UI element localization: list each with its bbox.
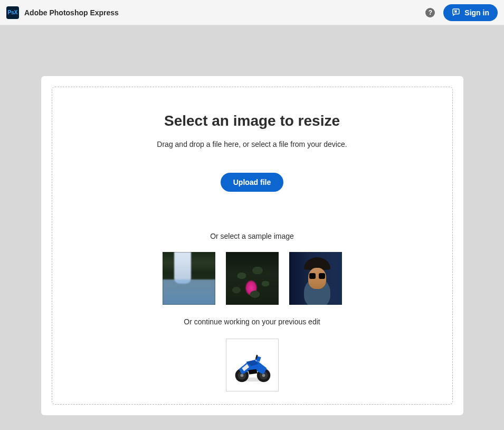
main-area: Select an image to resize Drag and drop … — [0, 25, 504, 415]
app-header: PsX Adobe Photoshop Express ? Sign in — [0, 0, 504, 25]
sunglasses-icon — [309, 273, 325, 279]
main-heading: Select an image to resize — [73, 113, 431, 129]
signin-label: Sign in — [464, 8, 489, 17]
sample-images-row — [73, 252, 431, 305]
sample-label: Or select a sample image — [73, 232, 431, 240]
sample-image-lotus[interactable] — [226, 252, 279, 305]
upload-card: Select an image to resize Drag and drop … — [41, 76, 463, 415]
help-icon[interactable]: ? — [425, 8, 435, 17]
comment-icon — [452, 8, 460, 17]
dropzone[interactable]: Select an image to resize Drag and drop … — [52, 87, 453, 405]
continue-label: Or continue working on your previous edi… — [73, 317, 431, 326]
header-left: PsX Adobe Photoshop Express — [6, 6, 119, 19]
signin-button[interactable]: Sign in — [443, 4, 498, 21]
subtitle: Drag and drop a file here, or select a f… — [73, 140, 431, 148]
sample-image-person[interactable] — [289, 252, 342, 305]
upload-file-button[interactable]: Upload file — [221, 173, 284, 192]
help-glyph: ? — [429, 9, 432, 16]
upload-label: Upload file — [233, 178, 271, 186]
app-logo-icon: PsX — [6, 6, 19, 19]
previous-edit-motorcycle[interactable] — [226, 339, 279, 391]
app-logo-text: PsX — [8, 10, 18, 15]
sample-image-waterfall[interactable] — [163, 252, 215, 305]
header-right: ? Sign in — [425, 4, 498, 21]
previous-edit-row — [73, 339, 431, 391]
app-title: Adobe Photoshop Express — [24, 8, 119, 17]
